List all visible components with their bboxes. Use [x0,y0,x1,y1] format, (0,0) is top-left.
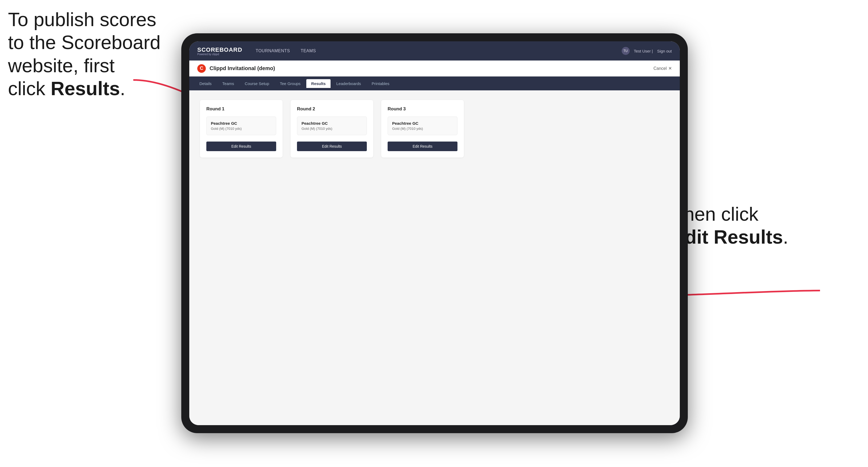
header-right: TU Test User | Sign out [622,47,672,55]
user-label: Test User | [634,49,653,53]
logo-subtitle: Powered by clippd [197,53,219,56]
nav-items: TOURNAMENTS TEAMS [256,48,622,54]
round-3-course-detail: Gold (M) (7010 yds) [392,127,453,131]
tournament-bar: C Clippd Invitational (demo) Cancel ✕ [189,61,680,76]
round-2-course-name: Peachtree GC [302,121,362,126]
round-1-edit-results-button[interactable]: Edit Results [206,142,276,151]
round-1-column: Round 1 Peachtree GC Gold (M) (7010 yds)… [200,100,283,158]
nav-teams[interactable]: TEAMS [301,48,316,54]
round-3-title: Round 3 [388,106,458,112]
main-content: Round 1 Peachtree GC Gold (M) (7010 yds)… [189,90,680,425]
tab-teams[interactable]: Teams [218,79,239,88]
round-2-course-detail: Gold (M) (7010 yds) [302,127,362,131]
tablet-screen: SCOREBOARD Powered by clippd TOURNAMENTS… [189,41,680,425]
tab-leaderboards[interactable]: Leaderboards [332,79,366,88]
tab-details[interactable]: Details [195,79,216,88]
round-3-edit-results-button[interactable]: Edit Results [388,142,458,151]
close-icon: ✕ [668,66,672,71]
sign-out-link[interactable]: Sign out [657,49,672,53]
app-header: SCOREBOARD Powered by clippd TOURNAMENTS… [189,41,680,61]
round-3-course-card: Peachtree GC Gold (M) (7010 yds) [388,117,458,135]
logo-text: SCOREBOARD [197,46,242,53]
round-1-course-detail: Gold (M) (7010 yds) [211,127,272,131]
round-3-column: Round 3 Peachtree GC Gold (M) (7010 yds)… [381,100,464,158]
tournament-logo: C [197,64,206,73]
round-2-title: Round 2 [297,106,367,112]
nav-tournaments[interactable]: TOURNAMENTS [256,48,290,54]
logo-area: SCOREBOARD Powered by clippd [197,46,242,56]
cancel-button[interactable]: Cancel ✕ [653,66,672,71]
tab-tee-groups[interactable]: Tee Groups [275,79,306,88]
tab-course-setup[interactable]: Course Setup [240,79,274,88]
rounds-container: Round 1 Peachtree GC Gold (M) (7010 yds)… [200,100,669,158]
round-3-course-name: Peachtree GC [392,121,453,126]
round-1-title: Round 1 [206,106,276,112]
tablet-device: SCOREBOARD Powered by clippd TOURNAMENTS… [181,33,688,433]
instruction-right: Then click Edit Results. [672,203,827,249]
round-1-course-name: Peachtree GC [211,121,272,126]
tournament-name: Clippd Invitational (demo) [210,65,275,71]
tab-bar: Details Teams Course Setup Tee Groups Re… [189,76,680,90]
round-2-column: Round 2 Peachtree GC Gold (M) (7010 yds)… [290,100,373,158]
round-1-course-card: Peachtree GC Gold (M) (7010 yds) [206,117,276,135]
tournament-name-row: C Clippd Invitational (demo) [197,64,275,73]
tab-printables[interactable]: Printables [367,79,394,88]
round-2-course-card: Peachtree GC Gold (M) (7010 yds) [297,117,367,135]
user-avatar: TU [622,47,630,55]
tab-results[interactable]: Results [306,79,330,88]
round-2-edit-results-button[interactable]: Edit Results [297,142,367,151]
